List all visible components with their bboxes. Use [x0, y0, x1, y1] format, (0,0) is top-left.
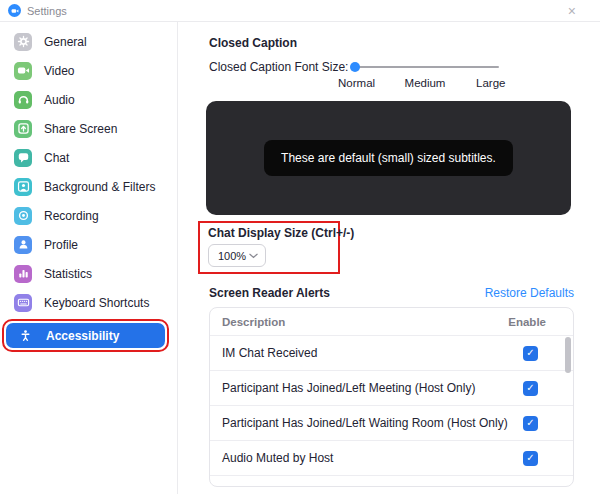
alert-description: Participant Has Joined/Left Waiting Room… [222, 416, 508, 430]
alert-enable-checkbox[interactable] [523, 381, 538, 396]
sidebar-item-label: Chat [44, 151, 69, 165]
caption-preview-subtitle: These are default (small) sized subtitle… [264, 140, 513, 176]
keyboard-icon [14, 294, 32, 312]
table-row: Participant Has Joined/Left Waiting Room… [210, 406, 573, 441]
alert-enable-checkbox[interactable] [523, 346, 538, 361]
caption-font-size-slider[interactable]: Normal Medium Large [351, 61, 499, 91]
slider-tick-labels: Normal Medium Large [351, 77, 499, 91]
sidebar-item-label: Video [44, 64, 74, 78]
gear-icon [14, 33, 32, 51]
annotation-box-accessibility: Accessibility [2, 319, 169, 352]
profile-icon [14, 236, 32, 254]
sidebar-item-share-screen[interactable]: Share Screen [0, 114, 177, 143]
alert-enable-checkbox[interactable] [523, 416, 538, 431]
accessibility-icon [16, 327, 34, 345]
sidebar-item-general[interactable]: General [0, 27, 177, 56]
settings-content: Closed Caption Closed Caption Font Size:… [178, 22, 600, 494]
sidebar-item-background-filters[interactable]: Background & Filters [0, 172, 177, 201]
statistics-icon [14, 265, 32, 283]
sidebar-item-label: Statistics [44, 267, 92, 281]
column-enable: Enable [508, 316, 546, 328]
sidebar-item-label: Recording [44, 209, 99, 223]
tick-normal: Normal [338, 77, 375, 89]
sidebar-item-accessibility[interactable]: Accessibility [6, 323, 165, 348]
record-icon [14, 207, 32, 225]
share-screen-icon [14, 120, 32, 138]
caption-font-size-label: Closed Caption Font Size: [209, 59, 351, 91]
alerts-table: Description Enable IM Chat Received Part… [209, 307, 574, 487]
sidebar-item-video[interactable]: Video [0, 56, 177, 85]
titlebar: Settings × [0, 0, 600, 22]
sidebar-item-statistics[interactable]: Statistics [0, 259, 177, 288]
sidebar-item-label: Share Screen [44, 122, 117, 136]
restore-defaults-link[interactable]: Restore Defaults [485, 286, 574, 300]
chevron-down-icon [249, 253, 258, 259]
table-scrollbar[interactable] [564, 337, 572, 485]
settings-window: Settings × General Video Audio Share Scr… [0, 0, 600, 494]
table-row: IM Chat Received [210, 336, 573, 371]
zoom-logo-icon [8, 4, 21, 17]
tick-large: Large [476, 77, 505, 89]
sidebar-item-label: Background & Filters [44, 180, 155, 194]
alert-description: Audio Muted by Host [222, 451, 333, 465]
sidebar-item-label: Audio [44, 93, 75, 107]
chat-display-size-label: Chat Display Size (Ctrl+/-) [208, 226, 338, 240]
chat-display-size-value: 100% [218, 250, 246, 262]
alerts-table-body: IM Chat Received Participant Has Joined/… [210, 336, 573, 476]
video-camera-icon [14, 62, 32, 80]
sidebar-item-audio[interactable]: Audio [0, 85, 177, 114]
column-description: Description [222, 316, 285, 328]
slider-handle[interactable] [350, 62, 360, 72]
alerts-table-header: Description Enable [210, 308, 573, 336]
tick-medium: Medium [405, 77, 446, 89]
caption-preview: These are default (small) sized subtitle… [206, 101, 571, 215]
closed-caption-heading: Closed Caption [209, 36, 600, 50]
alert-description: IM Chat Received [222, 346, 317, 360]
sidebar: General Video Audio Share Screen Chat Ba… [0, 22, 178, 494]
scrollbar-thumb[interactable] [565, 337, 571, 373]
chat-display-size-select[interactable]: 100% [208, 244, 266, 267]
table-row: Audio Muted by Host [210, 441, 573, 476]
sidebar-item-chat[interactable]: Chat [0, 143, 177, 172]
sidebar-item-label: Profile [44, 238, 78, 252]
alert-description: Participant Has Joined/Left Meeting (Hos… [222, 381, 475, 395]
slider-track [354, 66, 499, 68]
sidebar-item-recording[interactable]: Recording [0, 201, 177, 230]
headphones-icon [14, 91, 32, 109]
chat-bubble-icon [14, 149, 32, 167]
window-title: Settings [27, 5, 67, 17]
annotation-box-chat-display: Chat Display Size (Ctrl+/-) 100% [198, 221, 340, 274]
sidebar-item-keyboard-shortcuts[interactable]: Keyboard Shortcuts [0, 288, 177, 317]
close-icon[interactable]: × [568, 4, 576, 18]
sidebar-item-label: General [44, 35, 87, 49]
sidebar-item-profile[interactable]: Profile [0, 230, 177, 259]
sidebar-item-label: Accessibility [46, 329, 119, 343]
sidebar-item-label: Keyboard Shortcuts [44, 296, 149, 310]
background-filters-icon [14, 178, 32, 196]
alert-enable-checkbox[interactable] [523, 451, 538, 466]
table-row: Participant Has Joined/Left Meeting (Hos… [210, 371, 573, 406]
partial-row [210, 476, 573, 483]
screen-reader-alerts-heading: Screen Reader Alerts [209, 286, 330, 300]
